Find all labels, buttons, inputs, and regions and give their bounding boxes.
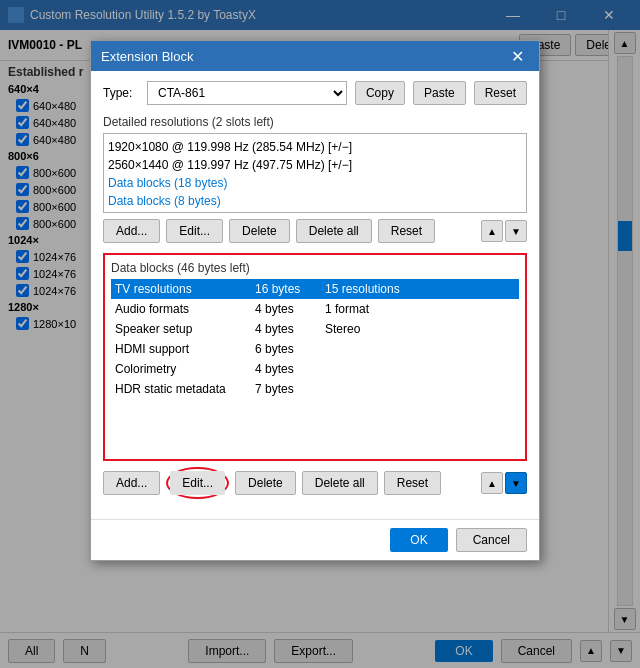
table-cell-detail (321, 359, 519, 379)
dialog-title: Extension Block (101, 49, 194, 64)
detail-section-label: Detailed resolutions (2 slots left) (103, 115, 527, 129)
detail-delete-button[interactable]: Delete (229, 219, 290, 243)
data-scroll-buttons: ▲ ▼ (481, 472, 527, 494)
type-label: Type: (103, 86, 139, 100)
table-row[interactable]: HDR static metadata 7 bytes (111, 379, 519, 399)
data-delete-all-button[interactable]: Delete all (302, 471, 378, 495)
table-cell-detail (321, 379, 519, 399)
detail-item-2: 2560×1440 @ 119.997 Hz (497.75 MHz) [+/−… (108, 156, 522, 174)
table-cell-size: 6 bytes (251, 339, 321, 359)
table-row[interactable]: HDMI support 6 bytes (111, 339, 519, 359)
dialog-close-button[interactable]: ✕ (505, 44, 529, 68)
detail-link-1[interactable]: Data blocks (18 bytes) (108, 174, 522, 192)
detail-scroll-buttons: ▲ ▼ (481, 220, 527, 242)
detail-delete-all-button[interactable]: Delete all (296, 219, 372, 243)
data-scroll-down-button[interactable]: ▼ (505, 472, 527, 494)
reset-button[interactable]: Reset (474, 81, 527, 105)
table-cell-size: 4 bytes (251, 299, 321, 319)
table-cell-name: Audio formats (111, 299, 251, 319)
detail-scroll-up-button[interactable]: ▲ (481, 220, 503, 242)
table-cell-name: Colorimetry (111, 359, 251, 379)
table-cell-detail: 1 format (321, 299, 519, 319)
type-select[interactable]: CTA-861 (147, 81, 347, 105)
dialog-footer: OK Cancel (91, 519, 539, 560)
detail-resolutions-box: 1920×1080 @ 119.998 Hz (285.54 MHz) [+/−… (103, 133, 527, 213)
table-row[interactable]: Colorimetry 4 bytes (111, 359, 519, 379)
table-cell-size: 4 bytes (251, 319, 321, 339)
table-cell-name: TV resolutions (111, 279, 251, 299)
table-cell-detail (321, 339, 519, 359)
detail-reset-button[interactable]: Reset (378, 219, 435, 243)
detail-link-2[interactable]: Data blocks (8 bytes) (108, 192, 522, 210)
table-cell-size: 4 bytes (251, 359, 321, 379)
data-blocks-label: Data blocks (46 bytes left) (111, 261, 519, 275)
edit-button-circle: Edit... (166, 467, 229, 499)
data-blocks-action-row: Add... Edit... Delete Delete all Reset ▲… (103, 467, 527, 499)
table-cell-name: Speaker setup (111, 319, 251, 339)
data-add-button[interactable]: Add... (103, 471, 160, 495)
dialog-title-bar: Extension Block ✕ (91, 41, 539, 71)
dialog-ok-button[interactable]: OK (390, 528, 447, 552)
table-row-empty (111, 399, 519, 417)
table-cell-size: 16 bytes (251, 279, 321, 299)
table-row-empty (111, 435, 519, 453)
data-scroll-up-button[interactable]: ▲ (481, 472, 503, 494)
data-table: TV resolutions 16 bytes 15 resolutions A… (111, 279, 519, 453)
table-cell-name: HDMI support (111, 339, 251, 359)
detail-scroll-down-button[interactable]: ▼ (505, 220, 527, 242)
copy-button[interactable]: Copy (355, 81, 405, 105)
type-row: Type: CTA-861 Copy Paste Reset (103, 81, 527, 105)
detail-edit-button[interactable]: Edit... (166, 219, 223, 243)
dialog-cancel-button[interactable]: Cancel (456, 528, 527, 552)
detail-action-row: Add... Edit... Delete Delete all Reset ▲… (103, 219, 527, 243)
data-blocks-section: Data blocks (46 bytes left) TV resolutio… (103, 253, 527, 461)
data-delete-button[interactable]: Delete (235, 471, 296, 495)
data-edit-button[interactable]: Edit... (170, 471, 225, 495)
detail-item-1: 1920×1080 @ 119.998 Hz (285.54 MHz) [+/−… (108, 138, 522, 156)
table-cell-size: 7 bytes (251, 379, 321, 399)
paste-button[interactable]: Paste (413, 81, 466, 105)
detail-add-button[interactable]: Add... (103, 219, 160, 243)
table-row[interactable]: TV resolutions 16 bytes 15 resolutions (111, 279, 519, 299)
table-cell-name: HDR static metadata (111, 379, 251, 399)
dialog-body: Type: CTA-861 Copy Paste Reset Detailed … (91, 71, 539, 519)
data-reset-button[interactable]: Reset (384, 471, 441, 495)
table-row[interactable]: Audio formats 4 bytes 1 format (111, 299, 519, 319)
table-row-empty (111, 417, 519, 435)
extension-block-dialog: Extension Block ✕ Type: CTA-861 Copy Pas… (90, 40, 540, 561)
table-row[interactable]: Speaker setup 4 bytes Stereo (111, 319, 519, 339)
table-cell-detail: Stereo (321, 319, 519, 339)
table-cell-detail: 15 resolutions (321, 279, 519, 299)
